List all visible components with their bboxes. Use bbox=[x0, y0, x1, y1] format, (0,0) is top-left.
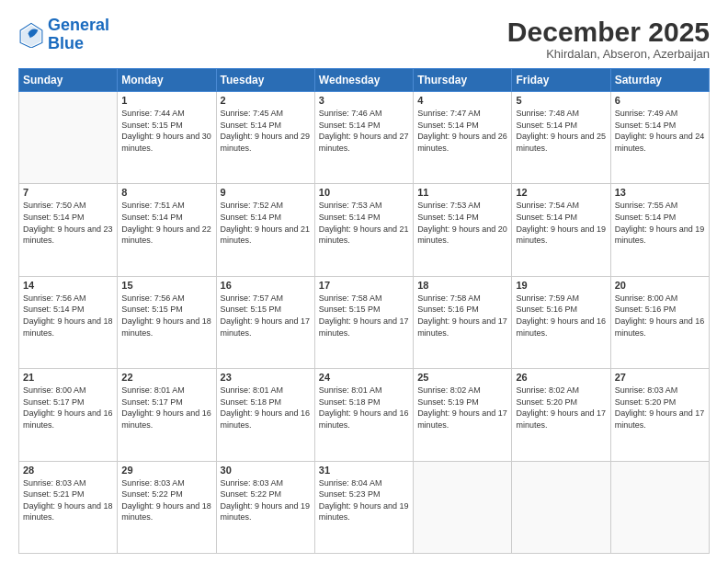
cell-info: Sunrise: 7:49 AM Sunset: 5:14 PM Dayligh… bbox=[615, 108, 705, 154]
cell-info: Sunrise: 7:54 AM Sunset: 5:14 PM Dayligh… bbox=[516, 200, 606, 246]
cell-info: Sunrise: 8:01 AM Sunset: 5:18 PM Dayligh… bbox=[319, 385, 409, 431]
calendar-week-row: 14 Sunrise: 7:56 AM Sunset: 5:14 PM Dayl… bbox=[19, 276, 710, 368]
day-number: 12 bbox=[516, 187, 606, 198]
table-row: 6 Sunrise: 7:49 AM Sunset: 5:14 PM Dayli… bbox=[610, 92, 709, 184]
day-number: 16 bbox=[221, 280, 311, 291]
day-number: 20 bbox=[615, 280, 705, 291]
calendar-table: SundayMondayTuesdayWednesdayThursdayFrid… bbox=[18, 68, 710, 554]
day-number: 13 bbox=[615, 187, 705, 198]
day-number: 9 bbox=[221, 187, 311, 198]
table-row: 12 Sunrise: 7:54 AM Sunset: 5:14 PM Dayl… bbox=[512, 184, 610, 276]
cell-info: Sunrise: 7:46 AM Sunset: 5:14 PM Dayligh… bbox=[319, 108, 409, 154]
cell-info: Sunrise: 7:53 AM Sunset: 5:14 PM Dayligh… bbox=[417, 200, 507, 246]
logo-icon bbox=[18, 22, 44, 48]
page: General Blue December 2025 Khirdalan, Ab… bbox=[0, 0, 728, 563]
table-row: 16 Sunrise: 7:57 AM Sunset: 5:15 PM Dayl… bbox=[216, 276, 314, 368]
table-row: 18 Sunrise: 7:58 AM Sunset: 5:16 PM Dayl… bbox=[414, 276, 512, 368]
title-block: December 2025 Khirdalan, Abseron, Azerba… bbox=[507, 17, 710, 61]
table-row: 30 Sunrise: 8:03 AM Sunset: 5:22 PM Dayl… bbox=[216, 461, 314, 553]
header-thursday: Thursday bbox=[414, 69, 512, 92]
table-row bbox=[512, 461, 610, 553]
day-number: 11 bbox=[417, 187, 507, 198]
table-row bbox=[414, 461, 512, 553]
table-row: 10 Sunrise: 7:53 AM Sunset: 5:14 PM Dayl… bbox=[314, 184, 413, 276]
table-row: 29 Sunrise: 8:03 AM Sunset: 5:22 PM Dayl… bbox=[118, 461, 216, 553]
header: General Blue December 2025 Khirdalan, Ab… bbox=[18, 17, 710, 61]
table-row bbox=[610, 461, 709, 553]
table-row: 11 Sunrise: 7:53 AM Sunset: 5:14 PM Dayl… bbox=[414, 184, 512, 276]
cell-info: Sunrise: 8:00 AM Sunset: 5:17 PM Dayligh… bbox=[23, 385, 113, 431]
cell-info: Sunrise: 7:57 AM Sunset: 5:15 PM Dayligh… bbox=[221, 293, 311, 339]
table-row: 3 Sunrise: 7:46 AM Sunset: 5:14 PM Dayli… bbox=[314, 92, 413, 184]
cell-info: Sunrise: 7:55 AM Sunset: 5:14 PM Dayligh… bbox=[615, 200, 705, 246]
day-number: 2 bbox=[221, 95, 311, 106]
cell-info: Sunrise: 8:03 AM Sunset: 5:22 PM Dayligh… bbox=[121, 477, 211, 523]
cell-info: Sunrise: 7:58 AM Sunset: 5:16 PM Dayligh… bbox=[417, 293, 507, 339]
table-row: 2 Sunrise: 7:45 AM Sunset: 5:14 PM Dayli… bbox=[216, 92, 314, 184]
day-number: 26 bbox=[516, 372, 606, 383]
table-row: 4 Sunrise: 7:47 AM Sunset: 5:14 PM Dayli… bbox=[414, 92, 512, 184]
day-number: 24 bbox=[319, 372, 409, 383]
table-row: 31 Sunrise: 8:04 AM Sunset: 5:23 PM Dayl… bbox=[314, 461, 413, 553]
cell-info: Sunrise: 7:45 AM Sunset: 5:14 PM Dayligh… bbox=[221, 108, 311, 154]
logo-line2: Blue bbox=[48, 34, 84, 52]
day-number: 18 bbox=[417, 280, 507, 291]
day-number: 1 bbox=[121, 95, 211, 106]
day-number: 27 bbox=[615, 372, 705, 383]
table-row: 9 Sunrise: 7:52 AM Sunset: 5:14 PM Dayli… bbox=[216, 184, 314, 276]
day-number: 22 bbox=[121, 372, 211, 383]
header-friday: Friday bbox=[512, 69, 610, 92]
cell-info: Sunrise: 8:01 AM Sunset: 5:18 PM Dayligh… bbox=[221, 385, 311, 431]
table-row: 14 Sunrise: 7:56 AM Sunset: 5:14 PM Dayl… bbox=[19, 276, 118, 368]
cell-info: Sunrise: 8:03 AM Sunset: 5:21 PM Dayligh… bbox=[23, 477, 113, 523]
table-row: 17 Sunrise: 7:58 AM Sunset: 5:15 PM Dayl… bbox=[314, 276, 413, 368]
header-sunday: Sunday bbox=[19, 69, 118, 92]
calendar-week-row: 7 Sunrise: 7:50 AM Sunset: 5:14 PM Dayli… bbox=[19, 184, 710, 276]
day-number: 8 bbox=[121, 187, 211, 198]
cell-info: Sunrise: 8:00 AM Sunset: 5:16 PM Dayligh… bbox=[615, 293, 705, 339]
cell-info: Sunrise: 7:51 AM Sunset: 5:14 PM Dayligh… bbox=[121, 200, 211, 246]
day-number: 10 bbox=[319, 187, 409, 198]
table-row: 21 Sunrise: 8:00 AM Sunset: 5:17 PM Dayl… bbox=[19, 369, 118, 461]
cell-info: Sunrise: 7:47 AM Sunset: 5:14 PM Dayligh… bbox=[417, 108, 507, 154]
table-row: 26 Sunrise: 8:02 AM Sunset: 5:20 PM Dayl… bbox=[512, 369, 610, 461]
day-number: 14 bbox=[23, 280, 113, 291]
table-row: 19 Sunrise: 7:59 AM Sunset: 5:16 PM Dayl… bbox=[512, 276, 610, 368]
cell-info: Sunrise: 8:03 AM Sunset: 5:20 PM Dayligh… bbox=[615, 385, 705, 431]
header-saturday: Saturday bbox=[610, 69, 709, 92]
cell-info: Sunrise: 8:04 AM Sunset: 5:23 PM Dayligh… bbox=[319, 477, 409, 523]
day-number: 17 bbox=[319, 280, 409, 291]
cell-info: Sunrise: 7:58 AM Sunset: 5:15 PM Dayligh… bbox=[319, 293, 409, 339]
table-row: 24 Sunrise: 8:01 AM Sunset: 5:18 PM Dayl… bbox=[314, 369, 413, 461]
header-monday: Monday bbox=[118, 69, 216, 92]
cell-info: Sunrise: 8:01 AM Sunset: 5:17 PM Dayligh… bbox=[121, 385, 211, 431]
day-number: 21 bbox=[23, 372, 113, 383]
day-number: 25 bbox=[417, 372, 507, 383]
table-row: 22 Sunrise: 8:01 AM Sunset: 5:17 PM Dayl… bbox=[118, 369, 216, 461]
day-number: 31 bbox=[319, 465, 409, 476]
logo: General Blue bbox=[18, 17, 109, 53]
calendar-week-row: 1 Sunrise: 7:44 AM Sunset: 5:15 PM Dayli… bbox=[19, 92, 710, 184]
cell-info: Sunrise: 7:59 AM Sunset: 5:16 PM Dayligh… bbox=[516, 293, 606, 339]
table-row: 25 Sunrise: 8:02 AM Sunset: 5:19 PM Dayl… bbox=[414, 369, 512, 461]
day-number: 15 bbox=[121, 280, 211, 291]
table-row: 23 Sunrise: 8:01 AM Sunset: 5:18 PM Dayl… bbox=[216, 369, 314, 461]
table-row: 27 Sunrise: 8:03 AM Sunset: 5:20 PM Dayl… bbox=[610, 369, 709, 461]
calendar-week-row: 21 Sunrise: 8:00 AM Sunset: 5:17 PM Dayl… bbox=[19, 369, 710, 461]
table-row: 13 Sunrise: 7:55 AM Sunset: 5:14 PM Dayl… bbox=[610, 184, 709, 276]
header-wednesday: Wednesday bbox=[314, 69, 413, 92]
table-row: 8 Sunrise: 7:51 AM Sunset: 5:14 PM Dayli… bbox=[118, 184, 216, 276]
cell-info: Sunrise: 7:53 AM Sunset: 5:14 PM Dayligh… bbox=[319, 200, 409, 246]
day-number: 23 bbox=[221, 372, 311, 383]
cell-info: Sunrise: 8:02 AM Sunset: 5:20 PM Dayligh… bbox=[516, 385, 606, 431]
month-title: December 2025 bbox=[507, 17, 710, 47]
day-number: 5 bbox=[516, 95, 606, 106]
calendar-header-row: SundayMondayTuesdayWednesdayThursdayFrid… bbox=[19, 69, 710, 92]
table-row: 1 Sunrise: 7:44 AM Sunset: 5:15 PM Dayli… bbox=[118, 92, 216, 184]
cell-info: Sunrise: 7:52 AM Sunset: 5:14 PM Dayligh… bbox=[221, 200, 311, 246]
cell-info: Sunrise: 8:02 AM Sunset: 5:19 PM Dayligh… bbox=[417, 385, 507, 431]
table-row bbox=[19, 92, 118, 184]
table-row: 28 Sunrise: 8:03 AM Sunset: 5:21 PM Dayl… bbox=[19, 461, 118, 553]
day-number: 29 bbox=[121, 465, 211, 476]
table-row: 5 Sunrise: 7:48 AM Sunset: 5:14 PM Dayli… bbox=[512, 92, 610, 184]
